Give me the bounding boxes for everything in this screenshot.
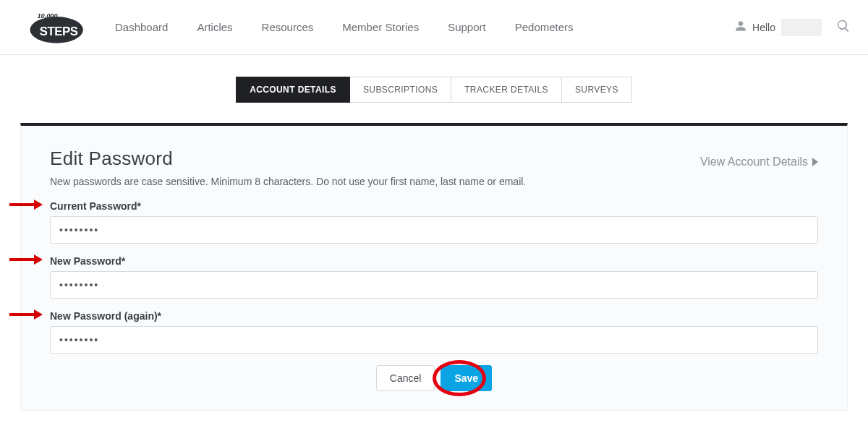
annotation-arrow-icon [8, 308, 43, 324]
user-name-redacted [781, 19, 822, 36]
card-header: Edit Password View Account Details [50, 148, 818, 176]
new-password-label: New Password* [50, 255, 818, 267]
svg-text:STEPS: STEPS [40, 24, 78, 38]
user-box[interactable]: Hello [735, 19, 822, 36]
tab-tracker-details[interactable]: TRACKER DETAILS [451, 77, 562, 103]
svg-marker-8 [34, 309, 43, 320]
account-tabs: ACCOUNT DETAILS SUBSCRIPTIONS TRACKER DE… [0, 77, 868, 103]
search-icon[interactable] [836, 19, 851, 36]
tab-surveys[interactable]: SURVEYS [562, 77, 632, 103]
chevron-right-icon [812, 158, 818, 166]
confirm-password-input[interactable] [50, 326, 818, 354]
tab-account-details[interactable]: ACCOUNT DETAILS [236, 77, 350, 103]
svg-marker-6 [34, 255, 43, 265]
nav-support[interactable]: Support [448, 21, 486, 33]
confirm-password-field: New Password (again)* [50, 310, 818, 354]
save-button[interactable]: Save [441, 365, 492, 391]
annotation-arrow-icon [8, 198, 43, 214]
nav-resources[interactable]: Resources [262, 21, 314, 33]
annotation-arrow-icon [8, 253, 43, 269]
nav-member-stories[interactable]: Member Stories [342, 21, 419, 33]
password-help-text: New passwords are case sensitive. Minimu… [50, 176, 818, 187]
page-title: Edit Password [50, 148, 173, 170]
user-greeting: Hello [752, 22, 775, 33]
logo[interactable]: 10,000 STEPS [17, 9, 93, 46]
nav-articles[interactable]: Articles [197, 21, 232, 33]
view-account-details-link[interactable]: View Account Details [700, 155, 818, 168]
svg-marker-4 [34, 200, 43, 210]
top-nav: Dashboard Articles Resources Member Stor… [115, 21, 735, 33]
current-password-label: Current Password* [50, 200, 818, 212]
top-bar: 10,000 STEPS Dashboard Articles Resource… [0, 0, 868, 55]
current-password-input[interactable] [50, 216, 818, 244]
nav-dashboard[interactable]: Dashboard [115, 21, 168, 33]
view-account-details-label: View Account Details [700, 155, 808, 168]
svg-text:10,000: 10,000 [38, 12, 58, 19]
nav-pedometers[interactable]: Pedometers [515, 21, 574, 33]
new-password-input[interactable] [50, 271, 818, 299]
tab-subscriptions[interactable]: SUBSCRIPTIONS [350, 77, 451, 103]
confirm-password-label: New Password (again)* [50, 310, 818, 322]
form-actions: Cancel Save [50, 365, 818, 391]
user-icon [735, 20, 746, 34]
cancel-button[interactable]: Cancel [376, 365, 435, 391]
current-password-field: Current Password* [50, 200, 818, 244]
new-password-field: New Password* [50, 255, 818, 299]
edit-password-card: Edit Password View Account Details New p… [20, 123, 848, 411]
